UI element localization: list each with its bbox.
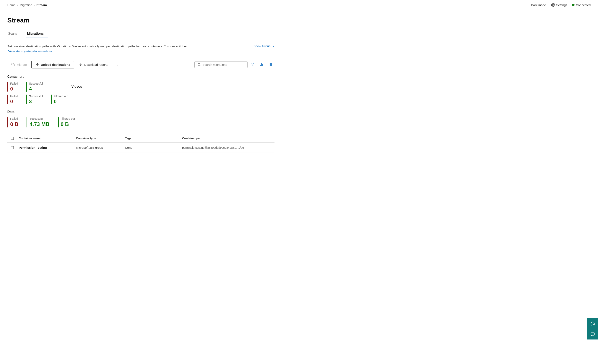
svg-point-3 [198, 63, 200, 66]
migrate-button[interactable]: Migrate [7, 61, 31, 68]
description-row: Set container destination paths with Mig… [7, 44, 274, 55]
data-filteredout-stat: Filtered out 0 B [58, 117, 75, 127]
docs-link[interactable]: View step-by-step documentation [8, 50, 53, 53]
table-header: Container name Container type Tags Conta… [7, 134, 274, 143]
row-tags: None [123, 146, 181, 149]
row-container-path: permissiontesting@a830edad905084988... .… [181, 146, 274, 149]
data-stats-row: Failed 0 B Successful 4.73 MB Filtered o… [7, 117, 274, 127]
settings-label: Settings [556, 3, 567, 7]
column-container-type: Container type [74, 137, 123, 140]
videos-successful-label: Successful [29, 95, 43, 98]
bar-chart-icon [259, 63, 264, 66]
search-box [194, 61, 248, 68]
main-content: Stream Scans Migrations Set container de… [0, 10, 282, 159]
data-label: Data [7, 110, 274, 114]
videos-successful-value: 3 [29, 99, 43, 104]
top-bar: Home › Migration › Stream Dark mode Sett… [0, 0, 598, 10]
gear-icon [551, 3, 555, 7]
chevron-down-icon: ∨ [273, 45, 274, 48]
data-successful-value: 4.73 MB [29, 121, 50, 127]
videos-label: Videos [72, 85, 82, 88]
data-filteredout-value: 0 B [61, 121, 75, 127]
download-reports-button[interactable]: Download reports [75, 61, 112, 68]
chart-view-button[interactable] [257, 61, 266, 68]
svg-line-4 [200, 65, 200, 66]
data-filteredout-label: Filtered out [61, 117, 75, 120]
top-right-controls: Dark mode Settings Connected [531, 3, 591, 7]
data-successful-label: Successful [29, 117, 50, 120]
data-failed-label: Failed [10, 117, 18, 120]
containers-successful-label: Successful [29, 82, 43, 85]
breadcrumb-sep1: › [17, 3, 18, 7]
videos-filteredout-label: Filtered out [54, 95, 68, 98]
connected-label: Connected [576, 3, 591, 7]
filter-icon [250, 63, 255, 66]
breadcrumb: Home › Migration › Stream [7, 3, 47, 7]
videos-label-item: Videos [72, 82, 82, 92]
search-icon [198, 63, 201, 66]
videos-successful-stat: Successful 3 [26, 95, 43, 104]
column-container-path: Container path [181, 137, 274, 140]
connected-dot [572, 4, 574, 6]
more-options-button[interactable]: ... [113, 61, 123, 68]
containers-successful-stat: Successful 4 [26, 82, 43, 92]
videos-filteredout-stat: Filtered out 0 [51, 95, 68, 104]
column-tags: Tags [123, 137, 181, 140]
breadcrumb-migration[interactable]: Migration [20, 3, 32, 7]
videos-failed-value: 0 [10, 99, 18, 104]
videos-failed-stat: Failed 0 [7, 95, 18, 104]
stat-bar-green [26, 82, 27, 92]
row-checkbox[interactable] [11, 146, 14, 149]
upload-icon [35, 63, 39, 66]
download-icon [79, 63, 83, 66]
data-successful-stat: Successful 4.73 MB [26, 117, 50, 127]
containers-failed-stat: Failed 0 [7, 82, 18, 92]
table-row: Permission Testing Microsoft 365 group N… [7, 143, 274, 153]
breadcrumb-sep2: › [34, 3, 35, 7]
upload-destinations-button[interactable]: Upload destinations [32, 61, 74, 68]
list-icon [268, 63, 273, 66]
description-text: Set container destination paths with Mig… [7, 44, 191, 54]
tab-scans[interactable]: Scans [7, 30, 22, 38]
containers-stats-row: Failed 0 Successful 4 Videos [7, 82, 274, 92]
row-container-type: Microsoft 365 group [74, 146, 123, 149]
videos-failed-label: Failed [10, 95, 18, 98]
table-container: Container name Container type Tags Conta… [7, 134, 274, 153]
show-tutorial-button[interactable]: Show tutorial ∨ [253, 44, 274, 48]
containers-failed-value: 0 [10, 86, 18, 92]
data-failed-value: 0 B [10, 121, 18, 127]
row-select-cell [7, 146, 17, 149]
videos-filteredout-value: 0 [54, 99, 68, 104]
settings-button[interactable]: Settings [551, 3, 567, 7]
upload-cloud-icon [11, 63, 15, 66]
filter-button[interactable] [248, 61, 257, 68]
containers-successful-value: 4 [29, 86, 43, 92]
toolbar: Migrate Upload destinations Download rep… [7, 61, 274, 68]
row-container-name: Permission Testing [17, 146, 74, 149]
containers-failed-label: Failed [10, 82, 18, 85]
connected-status: Connected [572, 3, 591, 7]
select-all-cell [7, 137, 17, 140]
column-container-name: Container name [17, 137, 74, 140]
tabs-container: Scans Migrations [7, 30, 274, 38]
tab-migrations[interactable]: Migrations [26, 30, 48, 38]
dark-mode-button[interactable]: Dark mode [531, 3, 546, 7]
page-title: Stream [7, 17, 274, 24]
select-all-checkbox[interactable] [11, 137, 14, 140]
svg-marker-5 [251, 63, 254, 66]
list-view-button[interactable] [266, 61, 274, 68]
stat-bar-red [7, 82, 8, 92]
breadcrumb-current: Stream [36, 3, 47, 7]
breadcrumb-home[interactable]: Home [7, 3, 16, 7]
videos-stats-row: Failed 0 Successful 3 Filtered out 0 [7, 95, 274, 104]
search-input[interactable] [202, 63, 244, 66]
stats-section: Containers Failed 0 Successful 4 [7, 75, 274, 127]
data-failed-stat: Failed 0 B [7, 117, 18, 127]
containers-label: Containers [7, 75, 274, 79]
